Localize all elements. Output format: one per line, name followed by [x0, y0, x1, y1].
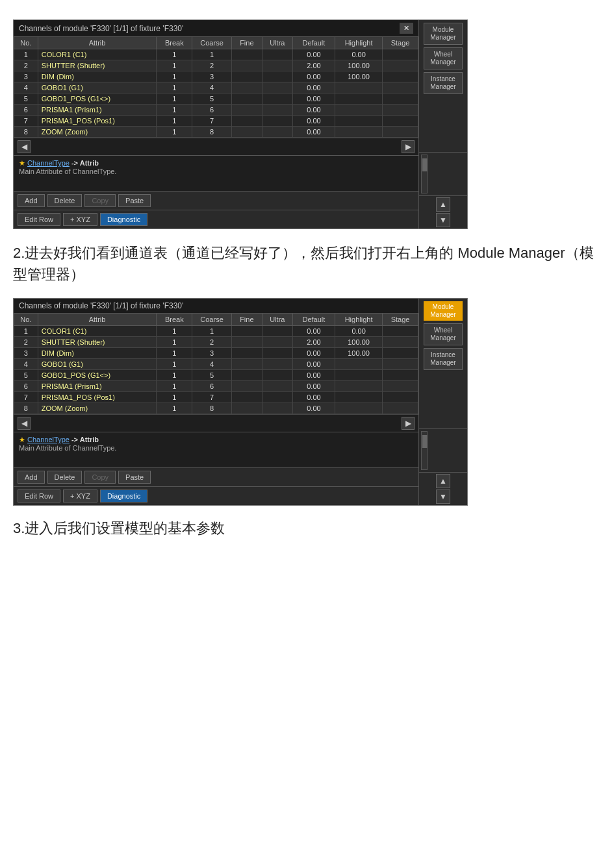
instance-manager-btn-1[interactable]: Instance Manager	[424, 72, 463, 94]
cell-attrib: PRISMA1_POS (Pos1)	[38, 116, 157, 127]
cell-attrib: PRISMA1 (Prism1)	[38, 381, 157, 392]
table-row[interactable]: 6 PRISMA1 (Prism1) 1 6 0.00	[14, 105, 418, 116]
panel2-right-nav: ▲ ▼	[419, 472, 467, 505]
cell-no: 1	[14, 326, 38, 337]
cell-highlight	[335, 392, 383, 403]
table-row[interactable]: 1 COLOR1 (C1) 1 1 0.00 0.00	[14, 49, 418, 60]
edit-row-button[interactable]: Edit Row	[18, 213, 60, 226]
cell-break: 1	[157, 348, 192, 359]
paste-button-2[interactable]: Paste	[118, 471, 151, 484]
wheel-manager-btn-1[interactable]: Wheel Manager	[424, 47, 463, 69]
delete-button[interactable]: Delete	[47, 194, 83, 207]
cell-stage	[383, 71, 418, 82]
cell-attrib: ZOOM (Zoom)	[38, 127, 157, 138]
paste-button[interactable]: Paste	[118, 194, 151, 207]
cell-break: 1	[157, 71, 192, 82]
scrollbar-thumb-1	[422, 158, 428, 171]
col2-break: Break	[157, 314, 192, 326]
panel2-down-arrow[interactable]: ▼	[436, 490, 450, 504]
cell-coarse: 4	[192, 359, 232, 370]
panel1-titlebar: Channels of module 'F330' [1/1] of fixtu…	[14, 20, 418, 36]
cell-fine	[231, 71, 262, 82]
cell-attrib: PRISMA1 (Prism1)	[38, 105, 157, 116]
copy-button-2[interactable]: Copy	[84, 471, 116, 484]
panel1-close-btn[interactable]: ✕	[400, 23, 413, 34]
delete-button-2[interactable]: Delete	[47, 471, 83, 484]
cell-fine	[231, 93, 262, 105]
cell-ultra	[262, 82, 292, 93]
wheel-manager-btn-2[interactable]: Wheel Manager	[424, 323, 463, 345]
table-row[interactable]: 6 PRISMA1 (Prism1) 1 6 0.00	[14, 381, 418, 392]
table-row[interactable]: 5 GOBO1_POS (G1<>) 1 5 0.00	[14, 93, 418, 105]
plus-xyz-button-2[interactable]: + XYZ	[63, 490, 97, 502]
cell-coarse: 4	[192, 82, 232, 93]
diagnostic-button-2[interactable]: Diagnostic	[100, 490, 147, 502]
copy-button[interactable]: Copy	[84, 194, 116, 207]
panel2-up-arrow[interactable]: ▲	[436, 474, 450, 488]
panel2-right-arrow[interactable]: ▶	[402, 417, 415, 430]
cell-attrib: DIM (Dim)	[38, 348, 157, 359]
diagnostic-button[interactable]: Diagnostic	[100, 213, 147, 226]
col-no: No.	[14, 37, 38, 49]
panel1-left-arrow[interactable]: ◀	[18, 140, 31, 153]
cell-attrib: ZOOM (Zoom)	[38, 403, 157, 414]
module-manager-btn-2[interactable]: Module Manager	[424, 301, 463, 321]
table-row[interactable]: 3 DIM (Dim) 1 3 0.00 100.00	[14, 71, 418, 82]
col2-default: Default	[292, 314, 335, 326]
cell-attrib: GOBO1_POS (G1<>)	[38, 370, 157, 381]
cell-attrib: PRISMA1_POS (Pos1)	[38, 392, 157, 403]
cell-coarse: 8	[192, 403, 232, 414]
cell-coarse: 2	[192, 60, 232, 71]
cell-coarse: 6	[192, 105, 232, 116]
footer2-link[interactable]: ChannelType	[27, 436, 70, 443]
cell-default: 0.00	[292, 381, 335, 392]
panel2-left-arrow[interactable]: ◀	[18, 417, 31, 430]
col-fine: Fine	[231, 37, 262, 49]
cell-fine	[231, 359, 262, 370]
table-row[interactable]: 5 GOBO1_POS (G1<>) 1 5 0.00	[14, 370, 418, 381]
edit-row-button-2[interactable]: Edit Row	[18, 490, 60, 502]
cell-default: 0.00	[292, 105, 335, 116]
text2-content: 3.进入后我们设置模型的基本参数	[13, 520, 225, 536]
cell-no: 2	[14, 60, 38, 71]
cell-break: 1	[157, 105, 192, 116]
cell-no: 6	[14, 105, 38, 116]
col2-no: No.	[14, 314, 38, 326]
footer2-desc: Main Attribute of ChannelType.	[19, 444, 116, 452]
cell-break: 1	[157, 381, 192, 392]
cell-fine	[231, 60, 262, 71]
table-row[interactable]: 2 SHUTTER (Shutter) 1 2 2.00 100.00	[14, 60, 418, 71]
panel1-up-arrow[interactable]: ▲	[436, 197, 450, 212]
footer-desc: Main Attribute of ChannelType.	[19, 167, 116, 175]
panel1-right-arrow[interactable]: ▶	[402, 140, 415, 153]
table-row[interactable]: 1 COLOR1 (C1) 1 1 0.00 0.00	[14, 326, 418, 337]
footer-link[interactable]: ChannelType	[27, 159, 70, 167]
cell-break: 1	[157, 49, 192, 60]
scrollbar-vert-2[interactable]	[421, 431, 428, 470]
panel1-action-row2: Edit Row + XYZ Diagnostic	[14, 210, 418, 229]
cell-highlight: 100.00	[335, 71, 383, 82]
cell-no: 1	[14, 49, 38, 60]
add-button-2[interactable]: Add	[18, 471, 45, 484]
cell-no: 7	[14, 392, 38, 403]
panel2-right-top: Module Manager Wheel Manager Instance Ma…	[419, 299, 467, 428]
scrollbar-vert-1[interactable]	[421, 155, 428, 193]
cell-stage	[383, 403, 418, 414]
table-row[interactable]: 2 SHUTTER (Shutter) 1 2 2.00 100.00	[14, 337, 418, 348]
table-row[interactable]: 8 ZOOM (Zoom) 1 8 0.00	[14, 403, 418, 414]
table-row[interactable]: 7 PRISMA1_POS (Pos1) 1 7 0.00	[14, 116, 418, 127]
table-row[interactable]: 3 DIM (Dim) 1 3 0.00 100.00	[14, 348, 418, 359]
add-button[interactable]: Add	[18, 194, 45, 207]
cell-no: 7	[14, 116, 38, 127]
text1-content: 2.进去好我们看到通道表（通道已经写好了），然后我们打开右上角的 Module …	[13, 245, 594, 282]
cell-no: 8	[14, 403, 38, 414]
instance-manager-btn-2[interactable]: Instance Manager	[424, 348, 463, 370]
table-row[interactable]: 4 GOBO1 (G1) 1 4 0.00	[14, 82, 418, 93]
module-manager-btn-1[interactable]: Module Manager	[424, 23, 463, 45]
table-row[interactable]: 7 PRISMA1_POS (Pos1) 1 7 0.00	[14, 392, 418, 403]
plus-xyz-button[interactable]: + XYZ	[63, 213, 97, 226]
table-row[interactable]: 4 GOBO1 (G1) 1 4 0.00	[14, 359, 418, 370]
table-row[interactable]: 8 ZOOM (Zoom) 1 8 0.00	[14, 127, 418, 138]
panel1-down-arrow[interactable]: ▼	[436, 213, 450, 227]
panel2-table: No. Attrib Break Coarse Fine Ultra Defau…	[14, 313, 418, 414]
